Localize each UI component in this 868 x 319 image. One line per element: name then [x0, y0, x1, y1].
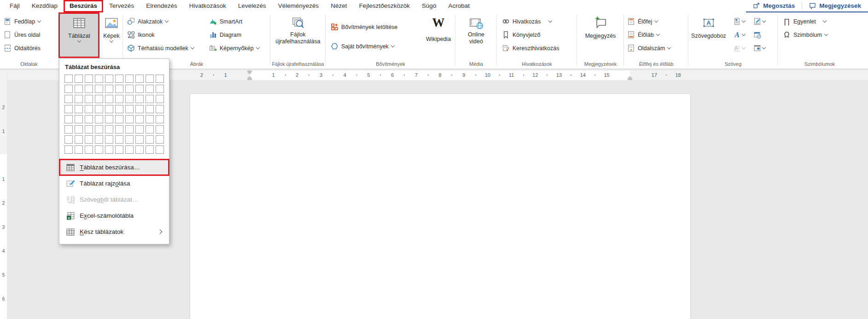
- tab-elrendezes[interactable]: Elrendezés: [140, 0, 183, 12]
- grid-cell[interactable]: [156, 85, 164, 93]
- tab-tervezes[interactable]: Tervezés: [103, 0, 140, 12]
- grid-cell[interactable]: [75, 125, 83, 133]
- footer-button[interactable]: Élőláb: [627, 29, 659, 40]
- grid-cell[interactable]: [75, 105, 83, 113]
- grid-cell[interactable]: [115, 95, 123, 103]
- grid-cell[interactable]: [85, 75, 93, 83]
- get-addins-button[interactable]: Bővítmények letöltése: [331, 22, 397, 32]
- grid-cell[interactable]: [135, 125, 144, 133]
- document-page[interactable]: [190, 93, 691, 319]
- tab-kezdolap[interactable]: Kezdőlap: [26, 0, 64, 12]
- grid-cell[interactable]: [135, 75, 144, 83]
- object-button[interactable]: [753, 43, 765, 53]
- text-box-button[interactable]: A Szövegdoboz: [689, 14, 728, 40]
- grid-cell[interactable]: [125, 135, 134, 144]
- grid-cell[interactable]: [85, 115, 93, 123]
- grid-cell[interactable]: [125, 125, 134, 133]
- tab-fajl[interactable]: Fájl: [4, 0, 26, 12]
- tab-beszuras[interactable]: Beszúrás: [64, 0, 103, 12]
- grid-cell[interactable]: [85, 95, 93, 103]
- grid-cell[interactable]: [115, 125, 123, 133]
- grid-cell[interactable]: [115, 145, 123, 154]
- screenshot-button[interactable]: Képernyőkép: [209, 43, 259, 53]
- grid-cell[interactable]: [64, 85, 73, 93]
- grid-cell[interactable]: [95, 115, 103, 123]
- wordart-button[interactable]: A: [733, 29, 745, 40]
- grid-cell[interactable]: [125, 145, 134, 154]
- shapes-button[interactable]: Alakzatok: [127, 16, 168, 27]
- share-button[interactable]: Megosztás: [746, 0, 802, 12]
- grid-cell[interactable]: [115, 85, 123, 93]
- tab-nezet[interactable]: Nézet: [325, 0, 353, 12]
- blank-page-button[interactable]: Üres oldal: [4, 29, 40, 40]
- tab-fejlesztoeszkozok[interactable]: Fejlesztőeszközök: [353, 0, 416, 12]
- grid-cell[interactable]: [75, 75, 83, 83]
- grid-cell[interactable]: [64, 115, 73, 123]
- page-number-button[interactable]: Oldalszám: [627, 43, 670, 53]
- grid-cell[interactable]: [115, 75, 123, 83]
- icons-button[interactable]: Ikonok: [127, 29, 155, 40]
- grid-cell[interactable]: [105, 75, 113, 83]
- grid-cell[interactable]: [135, 85, 144, 93]
- grid-cell[interactable]: [85, 125, 93, 133]
- grid-cell[interactable]: [146, 105, 154, 113]
- symbol-button[interactable]: Ω Szimbólum: [783, 29, 827, 40]
- drop-cap-button[interactable]: A: [733, 43, 745, 53]
- grid-cell[interactable]: [105, 105, 113, 113]
- grid-cell[interactable]: [135, 145, 144, 154]
- quick-parts-button[interactable]: [733, 16, 745, 27]
- grid-cell[interactable]: [105, 115, 113, 123]
- grid-cell[interactable]: [146, 115, 154, 123]
- grid-cell[interactable]: [125, 85, 134, 93]
- header-button[interactable]: Élőfej: [627, 16, 658, 27]
- tab-hivatkozasok[interactable]: Hivatkozások: [183, 0, 232, 12]
- tab-velemenyezes[interactable]: Véleményezés: [272, 0, 325, 12]
- grid-cell[interactable]: [146, 75, 154, 83]
- grid-cell[interactable]: [85, 135, 93, 144]
- chart-button[interactable]: Diagram: [209, 29, 241, 40]
- vertical-ruler[interactable]: 21123456: [0, 70, 7, 319]
- grid-cell[interactable]: [125, 115, 134, 123]
- grid-cell[interactable]: [146, 145, 154, 154]
- grid-cell[interactable]: [156, 75, 164, 83]
- comments-button[interactable]: Megjegyzések: [802, 0, 868, 12]
- grid-cell[interactable]: [125, 105, 134, 113]
- table-button[interactable]: Táblázat: [59, 14, 99, 58]
- grid-cell[interactable]: [64, 95, 73, 103]
- grid-cell[interactable]: [64, 135, 73, 144]
- menu-item-quick-tables[interactable]: Kész táblázatok: [59, 224, 169, 240]
- grid-cell[interactable]: [135, 95, 144, 103]
- grid-cell[interactable]: [85, 105, 93, 113]
- bookmark-button[interactable]: Könyvjelző: [502, 29, 540, 40]
- grid-cell[interactable]: [135, 105, 144, 113]
- grid-cell[interactable]: [115, 105, 123, 113]
- grid-cell[interactable]: [105, 145, 113, 154]
- smartart-button[interactable]: SmartArt: [209, 16, 242, 27]
- 3d-models-button[interactable]: Térhatású modellek: [127, 43, 194, 53]
- grid-cell[interactable]: [75, 115, 83, 123]
- reuse-files-button[interactable]: Fájlok újrafelhasználása: [271, 14, 325, 45]
- signature-line-button[interactable]: [753, 16, 765, 27]
- grid-cell[interactable]: [156, 145, 164, 154]
- grid-cell[interactable]: [105, 95, 113, 103]
- grid-cell[interactable]: [115, 115, 123, 123]
- grid-cell[interactable]: [135, 115, 144, 123]
- grid-cell[interactable]: [64, 145, 73, 154]
- grid-cell[interactable]: [115, 135, 123, 144]
- grid-cell[interactable]: [64, 125, 73, 133]
- grid-cell[interactable]: [95, 135, 103, 144]
- online-video-button[interactable]: Online videó: [456, 14, 496, 45]
- grid-cell[interactable]: [156, 105, 164, 113]
- grid-cell[interactable]: [64, 75, 73, 83]
- link-button[interactable]: Hivatkozás: [502, 16, 552, 27]
- grid-cell[interactable]: [95, 75, 103, 83]
- grid-cell[interactable]: [125, 95, 134, 103]
- grid-cell[interactable]: [146, 135, 154, 144]
- grid-cell[interactable]: [95, 145, 103, 154]
- grid-cell[interactable]: [135, 135, 144, 144]
- grid-cell[interactable]: [156, 125, 164, 133]
- pictures-button[interactable]: Képek: [100, 14, 122, 43]
- grid-cell[interactable]: [75, 135, 83, 144]
- grid-cell[interactable]: [156, 95, 164, 103]
- tab-levelezes[interactable]: Levelezés: [232, 0, 272, 12]
